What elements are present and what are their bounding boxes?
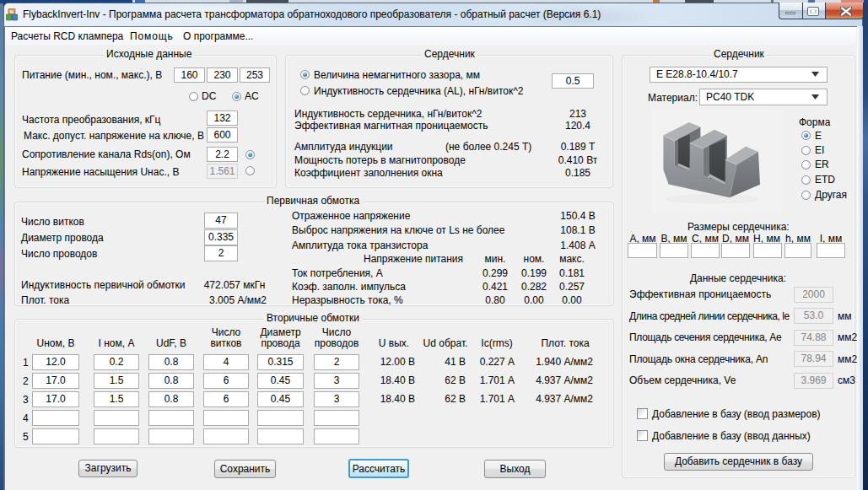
svg-text:N: N (10, 9, 13, 14)
